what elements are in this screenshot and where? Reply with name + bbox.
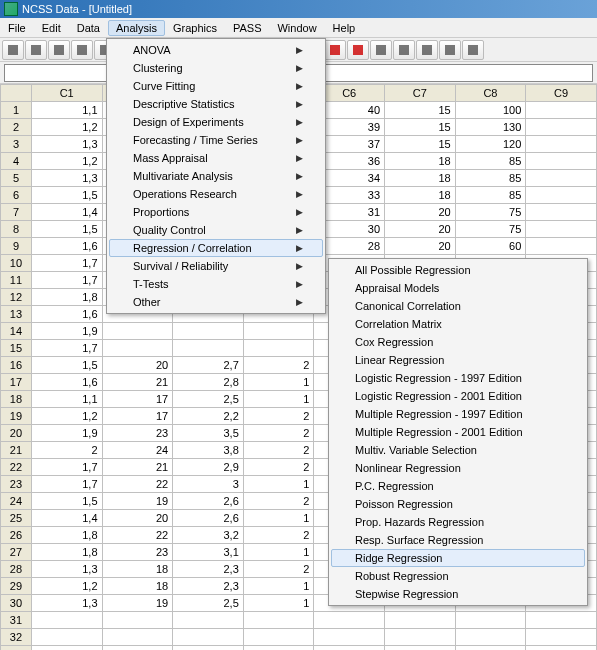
cell[interactable]: 2,3	[173, 578, 244, 595]
column-header-C7[interactable]: C7	[385, 85, 456, 102]
menu-graphics[interactable]: Graphics	[165, 20, 225, 36]
cell[interactable]	[314, 612, 385, 629]
submenu-item-logistic-regression-edition[interactable]: Logistic Regression - 1997 Edition	[331, 369, 585, 387]
row-header[interactable]: 13	[1, 306, 32, 323]
cell[interactable]	[526, 102, 597, 119]
submenu-item-poisson-regression[interactable]: Poisson Regression	[331, 495, 585, 513]
cell[interactable]: 1,6	[31, 374, 102, 391]
cell[interactable]: 2,6	[173, 493, 244, 510]
submenu-item-multiple-regression-edition[interactable]: Multiple Regression - 1997 Edition	[331, 405, 585, 423]
menu-file[interactable]: File	[0, 20, 34, 36]
row-header[interactable]: 11	[1, 272, 32, 289]
cell[interactable]	[31, 629, 102, 646]
cell[interactable]: 19	[102, 493, 173, 510]
print-icon[interactable]	[71, 40, 93, 60]
cell[interactable]: 1,6	[31, 238, 102, 255]
cell[interactable]: 1,1	[31, 391, 102, 408]
tree-icon[interactable]	[416, 40, 438, 60]
row-header[interactable]: 14	[1, 323, 32, 340]
row-header[interactable]: 10	[1, 255, 32, 272]
row-header[interactable]: 18	[1, 391, 32, 408]
submenu-item-robust-regression[interactable]: Robust Regression	[331, 567, 585, 585]
row-header[interactable]: 12	[1, 289, 32, 306]
cell[interactable]: 1,8	[31, 289, 102, 306]
cell[interactable]	[526, 238, 597, 255]
cell[interactable]: 20	[385, 204, 456, 221]
cell[interactable]	[455, 629, 526, 646]
cell[interactable]	[102, 340, 173, 357]
wand-icon[interactable]	[370, 40, 392, 60]
menu-item-multivariate-analysis[interactable]: Multivariate Analysis▶	[109, 167, 323, 185]
submenu-item-cox-regression[interactable]: Cox Regression	[331, 333, 585, 351]
row-header[interactable]: 4	[1, 153, 32, 170]
cell[interactable]	[243, 323, 314, 340]
cell[interactable]: 1	[243, 374, 314, 391]
row-header[interactable]: 33	[1, 646, 32, 651]
new-doc-icon[interactable]	[2, 40, 24, 60]
cell[interactable]: 2,5	[173, 391, 244, 408]
cell[interactable]	[526, 612, 597, 629]
menu-item-descriptive-statistics[interactable]: Descriptive Statistics▶	[109, 95, 323, 113]
menu-edit[interactable]: Edit	[34, 20, 69, 36]
menu-item-proportions[interactable]: Proportions▶	[109, 203, 323, 221]
close-x-icon[interactable]	[347, 40, 369, 60]
submenu-item-appraisal-models[interactable]: Appraisal Models	[331, 279, 585, 297]
row-header[interactable]: 23	[1, 476, 32, 493]
cell[interactable]: 1	[243, 578, 314, 595]
row-header[interactable]: 25	[1, 510, 32, 527]
cell[interactable]: 18	[102, 561, 173, 578]
cell[interactable]	[31, 612, 102, 629]
cell[interactable]: 20	[385, 221, 456, 238]
cell[interactable]: 2,2	[173, 408, 244, 425]
menu-item-forecasting-time-series[interactable]: Forecasting / Time Series▶	[109, 131, 323, 149]
cell[interactable]: 21	[102, 374, 173, 391]
cell[interactable]: 1,1	[31, 102, 102, 119]
cell[interactable]	[526, 204, 597, 221]
cell[interactable]: 1,8	[31, 544, 102, 561]
row-header[interactable]: 22	[1, 459, 32, 476]
cell[interactable]: 20	[385, 238, 456, 255]
cell[interactable]: 2	[31, 442, 102, 459]
cell[interactable]	[102, 629, 173, 646]
cell[interactable]: 2,5	[173, 595, 244, 612]
menu-item-anova[interactable]: ANOVA▶	[109, 41, 323, 59]
menu-item-mass-appraisal[interactable]: Mass Appraisal▶	[109, 149, 323, 167]
save-icon[interactable]	[48, 40, 70, 60]
cell[interactable]: 1,9	[31, 323, 102, 340]
menu-item-regression-correlation[interactable]: Regression / Correlation▶	[109, 239, 323, 257]
cell[interactable]: 2	[243, 357, 314, 374]
cell[interactable]: 1,9	[31, 425, 102, 442]
cell[interactable]	[102, 323, 173, 340]
cell[interactable]: 1	[243, 476, 314, 493]
row-header[interactable]: 2	[1, 119, 32, 136]
submenu-item-stepwise-regression[interactable]: Stepwise Regression	[331, 585, 585, 603]
cell[interactable]: 75	[455, 221, 526, 238]
cell[interactable]: 1	[243, 595, 314, 612]
cell[interactable]: 1,5	[31, 187, 102, 204]
row-header[interactable]: 27	[1, 544, 32, 561]
cell[interactable]: 2	[243, 459, 314, 476]
cell[interactable]: 18	[385, 187, 456, 204]
row-header[interactable]: 1	[1, 102, 32, 119]
cell[interactable]	[526, 629, 597, 646]
cell[interactable]: 2	[243, 408, 314, 425]
cell[interactable]: 85	[455, 153, 526, 170]
row-header[interactable]: 31	[1, 612, 32, 629]
cell[interactable]: 2	[243, 493, 314, 510]
cell[interactable]: 1	[243, 391, 314, 408]
submenu-item-correlation-matrix[interactable]: Correlation Matrix	[331, 315, 585, 333]
cell[interactable]	[385, 629, 456, 646]
cell[interactable]: 2	[243, 561, 314, 578]
row-header[interactable]: 20	[1, 425, 32, 442]
cell[interactable]	[173, 340, 244, 357]
submenu-item-multiple-regression-edition[interactable]: Multiple Regression - 2001 Edition	[331, 423, 585, 441]
cell[interactable]: 130	[455, 119, 526, 136]
cell[interactable]: 20	[102, 357, 173, 374]
menu-window[interactable]: Window	[269, 20, 324, 36]
cell[interactable]: 22	[102, 476, 173, 493]
regression-submenu[interactable]: All Possible RegressionAppraisal ModelsC…	[328, 258, 588, 606]
cell[interactable]	[385, 612, 456, 629]
cell[interactable]: 100	[455, 102, 526, 119]
sigma-icon[interactable]	[393, 40, 415, 60]
cell[interactable]: 85	[455, 187, 526, 204]
